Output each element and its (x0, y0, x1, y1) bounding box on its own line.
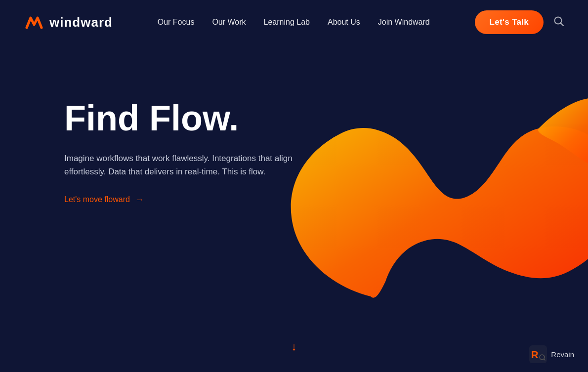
hero-section: windward Our Focus Our Work Learning Lab… (0, 0, 588, 372)
hero-subtitle: Imagine workflows that work flawlessly. … (64, 152, 296, 178)
navbar: windward Our Focus Our Work Learning Lab… (0, 0, 588, 44)
logo-text: windward (49, 15, 113, 30)
nav-item-our-work[interactable]: Our Work (212, 18, 246, 27)
revain-badge[interactable]: R Revain (529, 345, 574, 363)
hero-content: Find Flow. Imagine workflows that work f… (64, 99, 296, 205)
revain-icon: R (529, 345, 547, 363)
nav-links: Our Focus Our Work Learning Lab About Us… (158, 18, 430, 27)
svg-line-1 (561, 23, 564, 26)
nav-item-about-us[interactable]: About Us (328, 18, 360, 27)
blob-svg (282, 59, 588, 336)
windward-logo-icon (24, 12, 44, 33)
search-icon[interactable] (553, 16, 564, 29)
scroll-down-arrow[interactable]: ↓ (292, 340, 297, 353)
hero-title: Find Flow. (64, 99, 296, 138)
nav-item-join-windward[interactable]: Join Windward (378, 18, 430, 27)
nav-item-our-focus[interactable]: Our Focus (158, 18, 195, 27)
nav-item-learning-lab[interactable]: Learning Lab (264, 18, 310, 27)
lets-talk-button[interactable]: Let's Talk (475, 10, 544, 34)
blob-decoration (282, 59, 588, 336)
hero-cta-link[interactable]: Let's move floward → (64, 195, 296, 205)
svg-text:R: R (531, 349, 539, 360)
nav-right: Let's Talk (475, 10, 564, 34)
revain-label: Revain (551, 350, 574, 359)
hero-cta-text: Let's move floward (64, 195, 130, 204)
arrow-right-icon: → (135, 195, 144, 205)
logo[interactable]: windward (24, 12, 113, 33)
